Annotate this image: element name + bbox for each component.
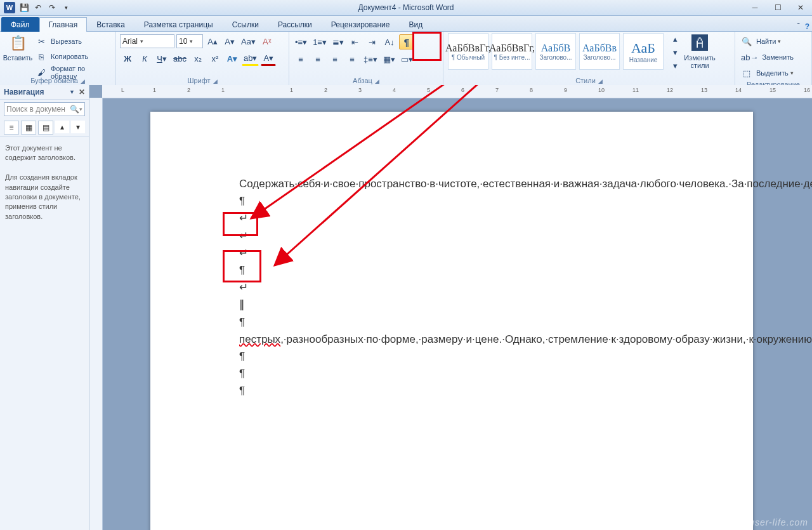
maximize-button[interactable]: ☐ — [766, 1, 789, 15]
indent-dec-icon[interactable]: ⇤ — [348, 35, 363, 49]
styles-launcher-icon[interactable]: ◢ — [598, 78, 603, 84]
style-nospacing[interactable]: АаБбВвГг,¶ Без инте... — [492, 33, 532, 70]
shading-icon[interactable]: ▦▾ — [381, 52, 397, 66]
bold-icon[interactable]: Ж — [120, 51, 135, 65]
underline-icon[interactable]: Ч▾ — [154, 51, 169, 65]
tab-layout[interactable]: Разметка страницы — [134, 17, 223, 32]
vertical-ruler[interactable] — [89, 98, 103, 530]
find-icon[interactable]: 🔍 — [739, 34, 754, 48]
nav-tab-results[interactable]: ▤ — [38, 121, 53, 135]
superscript-icon[interactable]: x² — [207, 51, 223, 65]
nav-close-icon[interactable]: ✕ — [79, 88, 85, 96]
cut-icon[interactable]: ✂ — [34, 34, 49, 48]
style-normal[interactable]: АаБбВвГг,¶ Обычный — [448, 33, 488, 70]
find-label[interactable]: Найти — [756, 37, 776, 45]
save-icon[interactable]: 💾 — [19, 3, 29, 13]
text-effects-icon[interactable]: A▾ — [225, 51, 240, 65]
tab-review[interactable]: Рецензирование — [322, 17, 400, 32]
align-left-icon[interactable]: ≡ — [293, 52, 308, 66]
style-title[interactable]: АаБНазвание — [623, 33, 664, 70]
grow-font-icon[interactable]: A▴ — [205, 34, 220, 48]
nav-menu-icon[interactable]: ▼ — [69, 89, 75, 95]
nav-next-icon[interactable]: ▾ — [71, 121, 85, 133]
font-name-select[interactable]: Arial▾ — [120, 34, 174, 48]
nav-msg-1: Этот документ не содержит заголовков. — [5, 143, 84, 163]
title-bar: W 💾 ↶ ↷ ▾ Документ4 - Microsoft Word ─ ☐… — [0, 0, 812, 16]
multilevel-icon[interactable]: ≣▾ — [331, 35, 346, 49]
minimize-ribbon-icon[interactable]: ˇ — [797, 22, 800, 31]
nav-tab-pages[interactable]: ▦ — [21, 121, 36, 135]
paste-button[interactable]: 📋 Вставить — [4, 33, 32, 62]
tab-home[interactable]: Главная — [39, 17, 88, 32]
mark-softreturn-3: ↵ — [150, 244, 753, 262]
tab-references[interactable]: Ссылки — [223, 17, 268, 32]
paragraph-2[interactable]: пестрых,·разнообразных·по·форме,·размеру… — [150, 331, 753, 348]
font-size-select[interactable]: 10▾ — [176, 34, 203, 48]
font-launcher-icon[interactable]: ◢ — [213, 78, 218, 84]
bullets-icon[interactable]: •≡▾ — [293, 35, 309, 49]
search-icon[interactable]: 🔍 — [70, 105, 79, 114]
paragraph-1[interactable]: Содержать·себя·и·свое·пространство·в·чис… — [150, 175, 753, 192]
style-heading2[interactable]: АаБбВвЗаголово... — [579, 33, 620, 70]
document-area[interactable]: L 1211234567891011121314151617 Содержать… — [89, 85, 812, 530]
nav-msg-2: Для создания вкладок навигации создайте … — [5, 173, 84, 222]
strike-icon[interactable]: abc — [171, 51, 188, 65]
styles-more-icon[interactable]: ▾ — [667, 60, 683, 72]
subscript-icon[interactable]: x₂ — [190, 51, 206, 65]
change-styles-button[interactable]: 🅰 Изменить стили — [686, 33, 714, 69]
font-color-icon[interactable]: A▾ — [261, 51, 276, 66]
mark-softreturn-2: ↵ — [150, 227, 753, 244]
clear-format-icon[interactable]: Aᵡ — [259, 34, 275, 48]
mark-bar: ‖ — [150, 296, 753, 313]
justify-icon[interactable]: ≡ — [344, 52, 360, 66]
qat-dropdown-icon[interactable]: ▾ — [61, 3, 71, 13]
ribbon-tabs: Файл Главная Вставка Разметка страницы С… — [0, 16, 812, 32]
align-center-icon[interactable]: ≡ — [310, 52, 325, 66]
mark-softreturn-4: ↵ — [150, 279, 753, 296]
indent-inc-icon[interactable]: ⇥ — [365, 35, 380, 49]
clipboard-launcher-icon[interactable]: ◢ — [81, 78, 85, 84]
borders-icon[interactable]: ▭▾ — [399, 52, 415, 66]
mark-tail-3: ¶ — [150, 382, 753, 399]
shrink-font-icon[interactable]: A▾ — [222, 34, 237, 48]
copy-icon[interactable]: ⎘ — [34, 50, 49, 63]
select-label[interactable]: Выделить — [756, 69, 789, 77]
page[interactable]: Содержать·себя·и·свое·пространство·в·чис… — [150, 112, 753, 530]
sort-icon[interactable]: A↓ — [382, 35, 397, 49]
align-right-icon[interactable]: ≡ — [327, 52, 343, 66]
tab-file[interactable]: Файл — [1, 17, 39, 32]
numbering-icon[interactable]: 1≡▾ — [311, 35, 329, 49]
replace-label[interactable]: Заменить — [762, 53, 793, 61]
highlight-icon[interactable]: ab▾ — [242, 51, 259, 66]
close-button[interactable]: ✕ — [789, 1, 812, 15]
undo-icon[interactable]: ↶ — [33, 3, 43, 13]
line-spacing-icon[interactable]: ‡≡▾ — [362, 52, 379, 66]
minimize-button[interactable]: ─ — [743, 1, 766, 15]
horizontal-ruler[interactable]: L 1211234567891011121314151617 — [102, 85, 812, 98]
nav-tab-headings[interactable]: ≡ — [4, 121, 19, 135]
style-heading1[interactable]: АаБбВЗаголово... — [535, 33, 576, 70]
cut-label[interactable]: Вырезать — [51, 37, 82, 45]
nav-search-input[interactable]: Поиск в докумен🔍▾ — [4, 102, 85, 116]
paragraph-launcher-icon[interactable]: ◢ — [375, 78, 379, 84]
select-icon[interactable]: ⬚ — [739, 66, 754, 80]
mark-tail-1: ¶ — [150, 348, 753, 365]
tab-mailings[interactable]: Рассылки — [268, 17, 322, 32]
show-marks-button[interactable]: ¶ — [399, 34, 414, 50]
help-icon[interactable]: ? — [805, 22, 809, 31]
nav-prev-icon[interactable]: ▴ — [55, 121, 69, 133]
group-font-label: Шрифт — [187, 77, 210, 84]
tab-insert[interactable]: Вставка — [87, 17, 134, 32]
change-case-icon[interactable]: Aa▾ — [239, 34, 258, 48]
italic-icon[interactable]: К — [137, 51, 152, 65]
word-logo-icon: W — [4, 2, 15, 13]
tab-view[interactable]: Вид — [399, 17, 432, 32]
group-clipboard-label: Буфер обмена — [30, 77, 78, 84]
copy-label[interactable]: Копировать — [51, 53, 88, 60]
mark-softreturn-1: ↵ — [150, 209, 753, 227]
ribbon: 📋 Вставить ✂Вырезать ⎘Копировать 🖌Формат… — [0, 32, 812, 87]
styles-scroll-up-icon[interactable]: ▴ — [667, 33, 683, 45]
styles-scroll-down-icon[interactable]: ▾ — [667, 46, 683, 58]
replace-icon[interactable]: ab→ — [739, 50, 760, 64]
redo-icon[interactable]: ↷ — [47, 3, 57, 13]
